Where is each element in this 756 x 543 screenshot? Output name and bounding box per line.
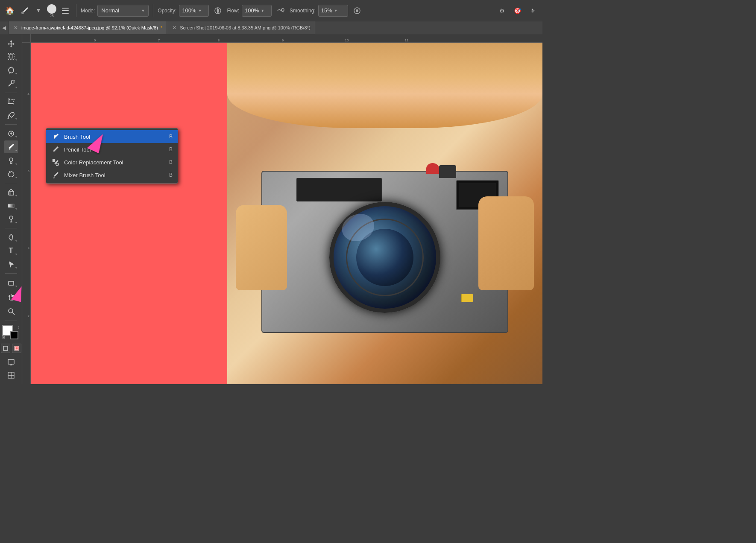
svg-rect-2 bbox=[62, 8, 69, 9]
pressure-opacity-button[interactable] bbox=[211, 4, 224, 17]
tool-artboard[interactable]: ▾ bbox=[4, 50, 18, 63]
tab-1-close[interactable]: ✕ bbox=[13, 25, 19, 31]
svg-point-39 bbox=[9, 309, 13, 313]
svg-rect-12 bbox=[9, 55, 13, 58]
canvas-area[interactable]: 6 7 8 9 10 11 4 5 6 7 bbox=[22, 34, 542, 384]
tab-2[interactable]: ✕ Screen Shot 2019-06-03 at 8.38.35 AM.p… bbox=[167, 21, 315, 34]
svg-marker-27 bbox=[9, 171, 11, 173]
smoothing-settings-button[interactable] bbox=[351, 4, 363, 17]
tool-shape[interactable]: ▾ bbox=[4, 276, 18, 289]
svg-line-40 bbox=[12, 312, 15, 315]
tab-2-close[interactable]: ✕ bbox=[171, 25, 177, 31]
smoothing-control[interactable]: 15% ▼ bbox=[318, 5, 348, 17]
opacity-control[interactable]: 100% ▼ bbox=[179, 5, 209, 17]
mode-dropdown[interactable]: Normal ▼ bbox=[97, 5, 149, 17]
tool-brush[interactable]: ▾ bbox=[4, 140, 18, 153]
top-toolbar: 🏠 25 Mode: Normal ▼ Opacity: 100% bbox=[0, 0, 542, 21]
standard-mode-button[interactable] bbox=[1, 344, 10, 353]
text-icon: T bbox=[9, 247, 13, 254]
tool-eyedropper[interactable]: ▾ bbox=[4, 109, 18, 122]
svg-line-16 bbox=[14, 80, 15, 81]
smoothing-arrow: ▼ bbox=[334, 9, 338, 13]
tool-sep-1 bbox=[5, 93, 17, 93]
opacity-arrow: ▼ bbox=[198, 9, 202, 13]
tool-crop[interactable] bbox=[4, 95, 18, 108]
background-color[interactable] bbox=[10, 331, 18, 339]
tool-sep-5 bbox=[5, 273, 17, 274]
tool-pen[interactable]: ▾ bbox=[4, 231, 18, 244]
svg-line-30 bbox=[9, 189, 11, 192]
brush-tool-context-menu: Brush Tool B Pencil Tool B bbox=[46, 128, 178, 184]
brush-size-value: 25 bbox=[50, 14, 54, 18]
bottom-tools bbox=[4, 290, 18, 318]
brush-tool-label: Brush Tool bbox=[64, 134, 165, 140]
ruler-h-7: 7 bbox=[158, 38, 160, 42]
svg-line-32 bbox=[11, 189, 14, 192]
svg-point-34 bbox=[9, 216, 13, 219]
ruler-v-6: 6 bbox=[28, 246, 30, 250]
toolbar-right: ⚙ 🎯 ⚜ bbox=[495, 4, 539, 17]
tool-eraser[interactable]: ▾ bbox=[4, 186, 18, 199]
tool-magic-wand[interactable]: ▾ bbox=[4, 77, 18, 90]
mode-value: Normal bbox=[101, 7, 119, 14]
svg-rect-50 bbox=[11, 375, 14, 378]
brush-tool-icon[interactable] bbox=[19, 5, 31, 17]
reset-colors-button[interactable]: ⊠ bbox=[2, 336, 5, 339]
settings-button[interactable]: ⚙ bbox=[495, 4, 508, 17]
brush-options-button[interactable] bbox=[59, 4, 72, 17]
menu-item-mixer-brush-tool[interactable]: Mixer Brush Tool B bbox=[46, 169, 178, 181]
menu-item-pencil-tool[interactable]: Pencil Tool B bbox=[46, 143, 178, 156]
tool-clone[interactable]: ▾ bbox=[4, 154, 18, 167]
symmetry-button[interactable]: ⚜ bbox=[526, 4, 539, 17]
camera-lens bbox=[329, 202, 440, 313]
smoothing-label: Smoothing: bbox=[290, 8, 316, 14]
tool-zoom[interactable] bbox=[4, 304, 18, 318]
tool-hand[interactable] bbox=[4, 290, 18, 304]
swap-colors-button[interactable]: ↕ bbox=[18, 325, 20, 330]
flow-control[interactable]: 100% ▼ bbox=[242, 5, 272, 17]
ruler-h-11: 11 bbox=[405, 38, 409, 42]
tool-path-select[interactable]: ▾ bbox=[4, 258, 18, 271]
tool-gradient[interactable]: ▾ bbox=[4, 199, 18, 212]
artboard-mode-button[interactable] bbox=[4, 369, 18, 382]
smoothing-value: 15% bbox=[321, 7, 332, 14]
tool-history-brush[interactable]: ▾ bbox=[4, 168, 18, 181]
color-replacement-menu-icon bbox=[51, 158, 60, 166]
tool-dodge[interactable]: ▾ bbox=[4, 213, 18, 225]
tab-nav-left[interactable]: ◀ bbox=[0, 21, 9, 34]
brush-size-control[interactable]: 25 bbox=[47, 3, 56, 18]
menu-item-brush-tool[interactable]: Brush Tool B bbox=[46, 130, 178, 143]
svg-point-53 bbox=[56, 163, 59, 166]
tool-heal[interactable]: ▾ bbox=[4, 127, 18, 140]
tab-1-label: image-from-rawpixel-id-424687-jpeg.jpg @… bbox=[21, 25, 158, 30]
svg-line-13 bbox=[9, 83, 12, 86]
svg-rect-4 bbox=[62, 13, 69, 14]
target-button[interactable]: 🎯 bbox=[511, 4, 524, 17]
ruler-v-7: 7 bbox=[28, 314, 30, 318]
svg-point-9 bbox=[356, 9, 358, 12]
ruler-v-5: 5 bbox=[28, 169, 30, 173]
canvas-content[interactable] bbox=[31, 43, 542, 384]
ruler-v-4: 4 bbox=[28, 92, 30, 96]
home-button[interactable]: 🏠 bbox=[3, 4, 16, 17]
quick-mask-button[interactable] bbox=[12, 344, 21, 353]
left-hand bbox=[236, 205, 287, 290]
svg-rect-52 bbox=[53, 159, 55, 162]
mixer-brush-menu-icon bbox=[51, 171, 60, 179]
screen-mode-button[interactable] bbox=[4, 356, 18, 368]
pencil-tool-shortcut: B bbox=[169, 146, 173, 152]
ruler-h-9: 9 bbox=[282, 38, 284, 42]
ruler-top: 6 7 8 9 10 11 bbox=[22, 34, 542, 43]
mixer-brush-shortcut: B bbox=[169, 172, 173, 178]
tool-sep-4 bbox=[5, 228, 17, 228]
tab-1[interactable]: ✕ image-from-rawpixel-id-424687-jpeg.jpg… bbox=[9, 21, 167, 34]
svg-marker-37 bbox=[9, 261, 14, 268]
svg-point-26 bbox=[9, 158, 13, 161]
tool-text[interactable]: T ▾ bbox=[4, 245, 18, 257]
airbrush-button[interactable] bbox=[274, 4, 287, 17]
tool-lasso[interactable]: ▾ bbox=[4, 64, 18, 76]
tool-move[interactable] bbox=[4, 37, 18, 50]
ruler-h-8: 8 bbox=[218, 38, 220, 42]
brush-dropdown-arrow[interactable] bbox=[32, 5, 44, 17]
menu-item-color-replacement-tool[interactable]: Color Replacement Tool B bbox=[46, 156, 178, 169]
